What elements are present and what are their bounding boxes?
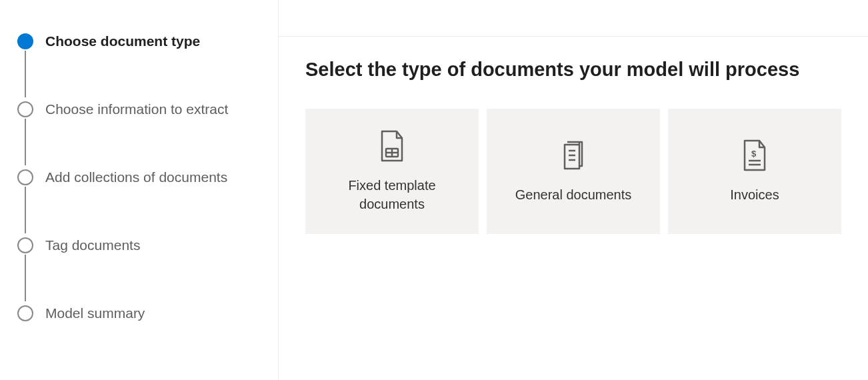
card-label: Invoices [730, 185, 779, 204]
card-invoices[interactable]: $ Invoices [668, 109, 841, 234]
wizard-sidebar: Choose document type Choose information … [0, 0, 278, 380]
step-label: Choose information to extract [45, 101, 228, 117]
svg-text:$: $ [751, 149, 757, 159]
card-fixed-template[interactable]: Fixed template documents [305, 109, 479, 234]
invoice-icon: $ [740, 139, 769, 172]
step-marker-active-icon [17, 33, 33, 49]
step-connector [25, 187, 26, 233]
step-connector [25, 51, 26, 97]
step-choose-document-type[interactable]: Choose document type [17, 32, 265, 51]
document-type-cards: Fixed template documents General documen… [305, 109, 841, 234]
step-tag-documents[interactable]: Tag documents [17, 236, 265, 255]
documents-stack-icon [559, 139, 588, 172]
card-general-documents[interactable]: General documents [487, 109, 660, 234]
step-label: Tag documents [45, 237, 140, 253]
card-label: Fixed template documents [316, 176, 468, 213]
step-label: Add collections of documents [45, 169, 227, 185]
wizard-steps: Choose document type Choose information … [17, 32, 265, 323]
step-marker-hollow-icon [17, 237, 33, 253]
step-connector [25, 255, 26, 301]
step-model-summary[interactable]: Model summary [17, 304, 265, 323]
step-marker-hollow-icon [17, 101, 33, 117]
card-label: General documents [515, 185, 632, 204]
step-connector [25, 119, 26, 165]
content-inner: Select the type of documents your model … [279, 36, 868, 257]
main-content: Select the type of documents your model … [278, 0, 868, 380]
page-title: Select the type of documents your model … [305, 59, 841, 81]
step-choose-information[interactable]: Choose information to extract [17, 100, 265, 119]
step-marker-hollow-icon [17, 305, 33, 321]
step-label: Choose document type [45, 33, 200, 49]
step-marker-hollow-icon [17, 169, 33, 185]
document-template-icon [377, 129, 407, 163]
step-add-collections[interactable]: Add collections of documents [17, 168, 265, 187]
step-label: Model summary [45, 305, 145, 321]
